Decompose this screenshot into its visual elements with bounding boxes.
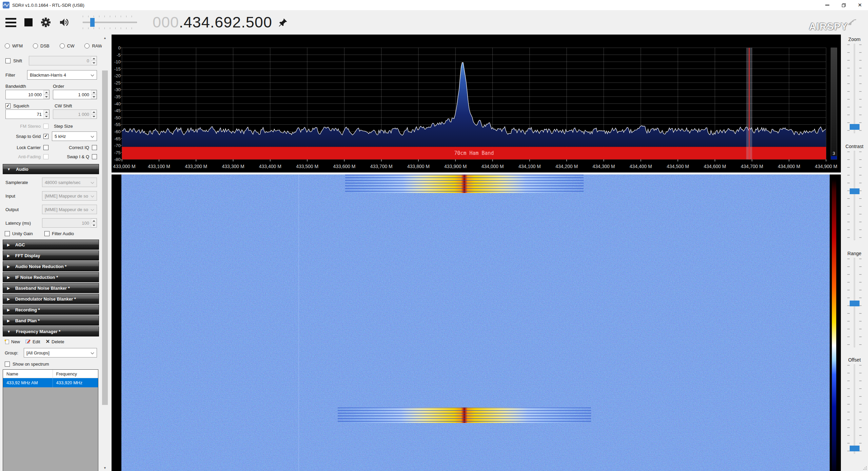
correct-iq-checkbox[interactable]: ✓: [92, 145, 97, 150]
section-recording[interactable]: ▶Recording *: [3, 305, 99, 315]
anti-fading-checkbox[interactable]: ✓: [43, 154, 48, 159]
volume-handle[interactable]: [90, 18, 95, 27]
swap-iq-checkbox[interactable]: ✓: [92, 154, 97, 159]
section-baseband-noise-blanker[interactable]: ▶Baseband Noise Blanker *: [3, 283, 99, 293]
fm-edit-button[interactable]: Edit: [25, 339, 40, 344]
scrollbar-thumb[interactable]: [102, 70, 108, 405]
volume-slider[interactable]: [83, 15, 137, 30]
restore-button[interactable]: [835, 0, 852, 10]
step-size-combo[interactable]: 5 kHz: [52, 131, 97, 141]
scroll-up-button[interactable]: ▲: [102, 35, 108, 41]
spin-down-button[interactable]: [91, 114, 97, 119]
cw-shift-value[interactable]: 1 000: [53, 110, 91, 119]
db-axis-label: -40: [114, 101, 121, 106]
mode-wfm[interactable]: WFM: [5, 43, 23, 48]
frequency-prefix[interactable]: 000: [153, 14, 179, 31]
lock-carrier-checkbox[interactable]: ✓: [43, 145, 48, 150]
squelch-checkbox[interactable]: ✓: [5, 103, 11, 108]
snap-to-grid-checkbox[interactable]: ✓: [43, 134, 48, 139]
slider-handle[interactable]: [850, 124, 860, 130]
spin-up-button[interactable]: [91, 90, 97, 95]
fm-new-button[interactable]: New: [4, 339, 20, 344]
audio-input-combo[interactable]: [MME] Mappeur de so: [42, 191, 97, 201]
zoom-slider[interactable]: Zoom: [841, 37, 868, 133]
shift-value[interactable]: 0: [29, 56, 91, 65]
slider-handle[interactable]: [850, 446, 860, 451]
section-audio-noise-reduction[interactable]: ▶Audio Noise Reduction *: [3, 261, 99, 271]
spin-up-button[interactable]: [91, 219, 97, 223]
spin-down-button[interactable]: [91, 223, 97, 227]
cw-shift-spinner[interactable]: 1 000: [53, 109, 97, 119]
bandwidth-spinner[interactable]: 10 000: [5, 90, 50, 99]
fm-stereo-checkbox[interactable]: ✓: [43, 124, 48, 129]
slider-handle[interactable]: [850, 188, 860, 194]
spin-down-button[interactable]: [91, 95, 97, 99]
shift-checkbox[interactable]: ✓: [5, 58, 11, 63]
section-band-plan[interactable]: ▶Band Plan *: [3, 315, 99, 326]
filter-audio-checkbox[interactable]: ✓: [44, 231, 50, 236]
range-label: Range: [841, 251, 868, 256]
panel-scrollbar[interactable]: ▲ ▼: [102, 35, 108, 471]
audio-output-combo[interactable]: [MME] Mappeur de so: [42, 205, 97, 214]
spin-up-button[interactable]: [91, 56, 97, 61]
mode-raw[interactable]: RAW: [84, 43, 102, 48]
frequency-axis-label: 434,200 M: [555, 164, 578, 169]
latency-spinner[interactable]: 100: [42, 218, 97, 228]
slider-track[interactable]: [854, 151, 855, 240]
collapse-arrow-icon: ▶: [7, 286, 10, 290]
slider-handle[interactable]: [850, 301, 860, 306]
frequency-main[interactable]: .434.692.500: [179, 14, 272, 31]
order-value[interactable]: 1 000: [53, 90, 91, 99]
scroll-down-button[interactable]: ▼: [102, 465, 108, 471]
latency-value[interactable]: 100: [42, 219, 91, 227]
section-fft-display[interactable]: ▶FFT Display: [3, 250, 99, 261]
pin-button[interactable]: [278, 18, 288, 27]
bandwidth-value[interactable]: 10 000: [6, 90, 43, 99]
table-header[interactable]: Name Frequency: [3, 370, 98, 378]
minimize-button[interactable]: [819, 0, 835, 10]
frequency-axis-label: 433,300 M: [222, 164, 244, 169]
group-combo[interactable]: [All Groups]: [24, 348, 97, 357]
spectrum-display[interactable]: 70cm Ham Band0-5-10-15-20-25-30-35-40-45…: [112, 35, 841, 172]
mute-button[interactable]: [59, 17, 69, 27]
slider-track[interactable]: [854, 364, 855, 454]
squelch-value[interactable]: 71: [6, 110, 43, 119]
frequency-display[interactable]: 000.434.692.500: [153, 14, 272, 31]
spin-up-button[interactable]: [43, 110, 49, 114]
mode-cw[interactable]: CW: [60, 43, 75, 48]
spin-down-button[interactable]: [91, 61, 97, 65]
spin-up-button[interactable]: [91, 110, 97, 114]
section-if-noise-reduction[interactable]: ▶IF Noise Reduction *: [3, 272, 99, 282]
spin-up-button[interactable]: [43, 90, 49, 95]
menu-button[interactable]: [5, 17, 16, 28]
table-row[interactable]: 433,92 MHz AM 433,920 MHz: [3, 378, 98, 387]
squelch-spinner[interactable]: 71: [5, 109, 50, 119]
spin-down-button[interactable]: [43, 95, 49, 99]
order-spinner[interactable]: 1 000: [53, 90, 97, 99]
mode-dsb[interactable]: DSB: [33, 43, 50, 48]
resize-grip[interactable]: [863, 466, 867, 470]
offset-slider[interactable]: Offset: [841, 357, 868, 454]
section-label: Audio: [16, 167, 28, 172]
samplerate-combo[interactable]: 48000 sample/sec: [42, 178, 97, 187]
range-slider[interactable]: Range: [841, 251, 868, 347]
slider-track[interactable]: [854, 44, 855, 133]
section-demodulator-noise-blanker[interactable]: ▶Demodulator Noise Blanker *: [3, 294, 99, 304]
shift-spinner[interactable]: 0: [29, 56, 97, 65]
settings-button[interactable]: [41, 17, 51, 27]
stop-button[interactable]: [24, 18, 33, 26]
section-agc[interactable]: ▶AGC: [3, 240, 99, 250]
show-on-spectrum-checkbox[interactable]: ✓: [5, 362, 10, 367]
fm-delete-button[interactable]: ✕ Delete: [45, 339, 64, 345]
column-header-frequency[interactable]: Frequency: [53, 370, 98, 378]
contrast-slider[interactable]: Contrast: [841, 144, 868, 240]
section-frequency-manager[interactable]: ▼Frequency Manager *: [3, 326, 99, 336]
unity-gain-checkbox[interactable]: ✓: [5, 231, 10, 236]
spin-down-button[interactable]: [43, 114, 49, 119]
section-audio[interactable]: ▼ Audio: [3, 164, 99, 174]
waterfall-display[interactable]: [112, 175, 841, 471]
filter-combo[interactable]: Blackman-Harris 4: [27, 70, 97, 80]
column-header-name[interactable]: Name: [3, 371, 53, 376]
close-button[interactable]: ✕: [852, 0, 868, 10]
cw-shift-label: CW Shift: [55, 103, 72, 108]
